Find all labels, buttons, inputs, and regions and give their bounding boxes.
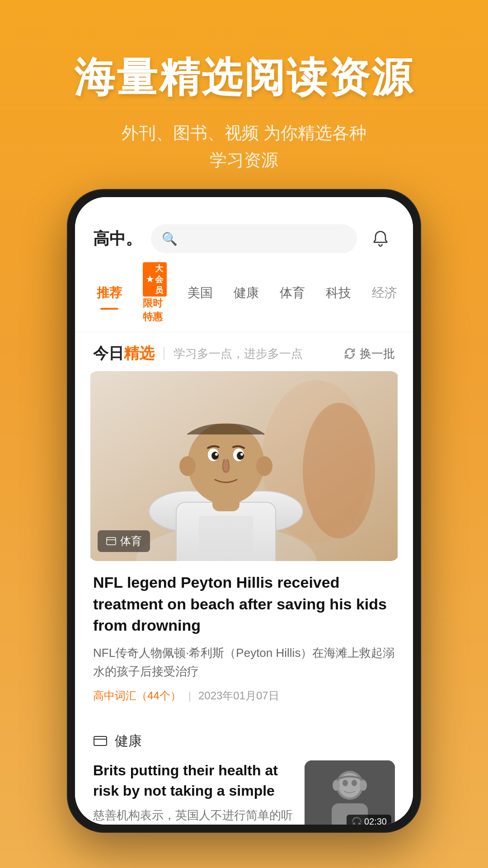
nav-tabs: 推荐 ✭ 大会员 限时特惠 美国 健康 体育 <box>75 253 413 332</box>
tag-icon <box>106 536 117 547</box>
phone-outer: 高中。 🔍 推荐 ✭ <box>68 190 420 832</box>
hero-section: 海量精选阅读资源 外刊、图书、视频 为你精选各种 学习资源 <box>0 0 488 201</box>
svg-point-12 <box>237 452 244 460</box>
phone-screen: 高中。 🔍 推荐 ✭ <box>75 197 413 825</box>
vip-label: 限时特惠 <box>143 297 167 324</box>
app-logo: 高中。 <box>93 228 142 250</box>
svg-point-14 <box>240 453 243 456</box>
bell-icon <box>371 230 389 248</box>
tab-health[interactable]: 健康 <box>230 284 263 310</box>
today-section-header: 今日精选 学习多一点，进步多一点 换一批 <box>75 332 413 371</box>
category-tag: 体育 <box>98 530 150 552</box>
svg-point-2 <box>303 403 375 538</box>
refresh-icon <box>343 347 356 360</box>
thumb-duration: 🎧 02:30 <box>347 815 391 825</box>
health-section-label: 健康 <box>115 732 142 750</box>
notification-button[interactable] <box>366 224 395 253</box>
svg-point-26 <box>352 780 357 786</box>
today-title-prefix: 今日精选 <box>93 343 155 364</box>
tab-vip-special[interactable]: ✭ 大会员 限时特惠 <box>139 262 170 332</box>
featured-article-meta: 高中词汇（44个） | 2023年01月07日 <box>93 689 395 703</box>
tab-economy[interactable]: 经济 <box>368 284 401 310</box>
second-article-thumbnail[interactable]: 🎧 02:30 <box>305 760 395 825</box>
hero-subtitle: 外刊、图书、视频 为你精选各种 学习资源 <box>36 119 452 175</box>
search-bar[interactable]: 🔍 <box>151 224 357 253</box>
second-article-text: Brits putting their health at risk by no… <box>93 760 294 825</box>
svg-point-15 <box>179 456 196 476</box>
tab-america[interactable]: 美国 <box>184 284 216 310</box>
svg-point-16 <box>256 456 272 476</box>
article-date: 2023年01月07日 <box>198 689 279 703</box>
app-header: 高中。 🔍 <box>75 220 413 253</box>
svg-rect-20 <box>94 736 107 745</box>
vip-badge: ✭ 大会员 <box>143 262 167 297</box>
meta-divider: | <box>188 689 191 702</box>
status-bar <box>75 197 413 220</box>
today-subtitle: 学习多一点，进步多一点 <box>174 346 343 362</box>
svg-point-29 <box>360 780 367 791</box>
svg-point-11 <box>211 452 219 460</box>
second-article[interactable]: Brits putting their health at risk by no… <box>75 756 413 825</box>
featured-article-image[interactable]: 体育 <box>89 371 399 561</box>
vocab-tag: 高中词汇（44个） <box>93 689 181 703</box>
phone-mockup: 高中。 🔍 推荐 ✭ <box>68 190 420 832</box>
second-article-desc: 慈善机构表示，英国人不进行简单的听力测试，令自身及健康... <box>93 807 294 825</box>
health-section-header: 健康 <box>75 721 413 756</box>
health-section-icon <box>93 734 108 748</box>
tab-recommended[interactable]: 推荐 <box>93 284 126 310</box>
featured-article-title: NFL legend Peyton Hillis received treatm… <box>93 572 395 637</box>
search-icon: 🔍 <box>162 231 178 246</box>
svg-point-13 <box>215 453 218 456</box>
svg-rect-18 <box>107 538 116 545</box>
featured-article-content[interactable]: NFL legend Peyton Hillis received treatm… <box>75 561 413 714</box>
tab-tech[interactable]: 科技 <box>322 284 355 310</box>
health-section: 健康 Brits putting their health at risk by… <box>75 721 413 825</box>
tab-sports[interactable]: 体育 <box>276 284 309 310</box>
hero-title: 海量精选阅读资源 <box>36 54 452 101</box>
refresh-button[interactable]: 换一批 <box>343 346 395 362</box>
second-article-title: Brits putting their health at risk by no… <box>93 760 294 801</box>
featured-article-desc: NFL传奇人物佩顿·希利斯（Peyton Hillis）在海滩上救起溺水的孩子后… <box>93 644 395 681</box>
svg-rect-17 <box>199 516 253 552</box>
section-divider <box>164 347 164 360</box>
svg-point-25 <box>343 780 348 786</box>
svg-point-28 <box>333 780 340 791</box>
